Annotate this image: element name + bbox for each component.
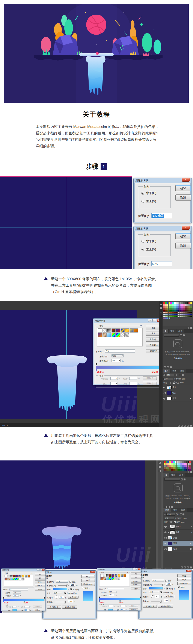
color-swatch[interactable] [184,463,186,465]
position-input[interactable]: 330 像素 [151,213,172,218]
dither-checkbox[interactable]: 仿色 [165,580,171,582]
radio-icon[interactable] [141,192,144,195]
gradient-preset[interactable] [118,577,120,580]
library-select[interactable]: ▾ [165,478,180,481]
opacity-value[interactable]: 100% [183,517,187,519]
color-swatch[interactable] [189,316,190,317]
layer-name[interactable]: 天空 [173,536,177,539]
blend-mode-select[interactable]: 正常▾ [164,517,174,520]
opacity-stop[interactable] [99,596,100,598]
gradient-preset[interactable] [25,575,27,578]
gradient-preset[interactable] [4,578,7,580]
visibility-eye-icon[interactable] [163,386,166,388]
color-swatch[interactable] [175,461,177,463]
pixel-filter-icon[interactable] [176,514,178,516]
color-swatch[interactable] [191,306,192,308]
maximize-button[interactable]: ▢ [153,319,156,322]
color-swatch[interactable] [175,463,177,465]
delete-button[interactable]: 删除(D) [129,605,138,607]
cancel-button[interactable]: 取消 [176,242,191,249]
color-swatch[interactable] [180,310,181,312]
layer-row[interactable]: 天空 [163,535,193,541]
gradient-preset[interactable] [10,578,13,580]
color-swatch[interactable] [181,316,183,317]
shape-filter-icon[interactable] [180,514,182,516]
color-swatch[interactable] [165,308,167,310]
ok-button[interactable]: 确定 [176,185,191,191]
color-swatch[interactable] [180,312,181,314]
color-swatch[interactable] [183,306,185,308]
maximize-button[interactable]: ▢ [135,568,138,570]
color-swatch[interactable] [165,310,167,312]
layer-thumbnail[interactable] [167,391,172,395]
smoothness-input[interactable]: 100▾ [112,359,121,362]
color-swatch[interactable] [185,304,187,306]
color-swatch[interactable] [168,461,169,463]
stop-opacity-input[interactable]: ▾ [12,606,17,608]
color-swatch[interactable] [179,469,180,470]
color-swatch[interactable] [165,304,167,306]
color-swatch[interactable] [164,469,166,470]
reset-button[interactable]: 复位 [131,576,141,579]
smoothness-input[interactable]: 100▾ [109,594,115,596]
blend-mode-select[interactable]: 正常▾ [163,378,173,380]
color-swatch[interactable] [165,312,167,314]
type-filter-icon[interactable]: T [177,374,179,376]
lock-all-icon[interactable] [174,522,176,523]
color-swatch[interactable] [165,318,167,319]
gradient-preset[interactable] [103,574,106,577]
layer-thumbnail[interactable] [167,386,172,389]
color-swatch[interactable] [176,306,178,308]
color-swatch[interactable] [191,308,192,310]
gradient-preset[interactable] [10,575,13,578]
color-swatch[interactable] [191,310,192,312]
close-button[interactable]: ✕ [186,570,192,572]
color-swatch[interactable] [174,308,176,310]
color-swatch[interactable] [165,302,167,304]
color-swatch[interactable] [182,461,184,463]
color-swatch[interactable] [169,310,170,312]
color-swatch[interactable] [187,316,189,317]
ok-button[interactable]: 确定 [35,573,45,576]
radio-vertical[interactable]: 垂直(V) [141,200,156,203]
color-swatch[interactable] [172,316,174,317]
color-swatch[interactable] [163,316,165,317]
color-swatch[interactable] [188,463,189,465]
grid-view-icon[interactable] [181,478,183,480]
color-swatch[interactable] [169,304,170,306]
color-swatch[interactable] [171,461,173,463]
gradient-swatch[interactable] [149,587,163,590]
color-swatch[interactable] [172,314,174,315]
color-swatch[interactable] [174,304,176,306]
color-swatch[interactable] [172,302,174,304]
color-swatch[interactable] [176,316,178,317]
delete-button[interactable]: 删除(D) [143,382,157,385]
new-button[interactable]: 新建(W) [131,588,141,590]
color-swatch[interactable] [165,314,167,315]
color-swatch[interactable] [174,306,176,308]
color-swatch[interactable] [167,318,168,319]
trash-icon[interactable] [190,471,192,473]
fx-badge[interactable]: fx [191,526,192,528]
stop-location-input[interactable] [129,382,137,385]
maximize-button[interactable]: ▢ [39,569,42,570]
radio-horizontal[interactable]: 水平(H) [141,191,156,195]
color-swatch[interactable] [170,465,171,467]
color-swatch[interactable] [183,316,185,317]
color-swatch[interactable] [164,467,166,468]
opacity-stop[interactable] [96,364,97,365]
gradient-preset[interactable] [100,574,103,577]
color-swatch[interactable] [166,463,168,465]
gradient-preset[interactable] [7,575,10,578]
color-swatch[interactable] [172,310,174,312]
color-swatch[interactable] [187,306,189,308]
load-button[interactable]: 载入(L)... [131,580,141,582]
gradient-preset[interactable] [19,575,21,578]
gradient-preset[interactable] [100,577,103,580]
blend-mode-select[interactable]: 正常▾ [152,579,164,582]
gradient-preset[interactable] [103,328,107,332]
layer-row[interactable]: 背景 [163,390,193,396]
color-swatch[interactable] [169,314,170,315]
color-swatch[interactable] [173,463,175,465]
load-button[interactable]: 载入(L)... [35,580,45,583]
